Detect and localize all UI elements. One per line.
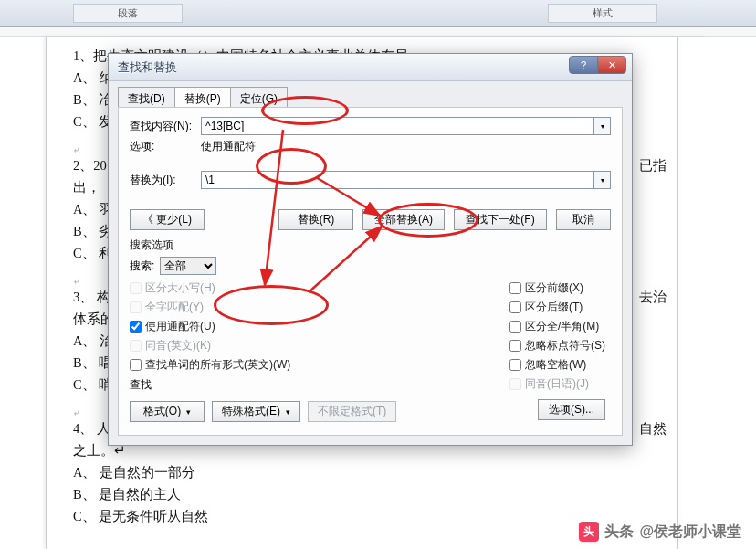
prefix-checkbox[interactable]: 区分前缀(X) — [509, 280, 605, 296]
find-history-dropdown[interactable]: ▾ — [594, 117, 611, 135]
document-text-line: C、 利 — [73, 245, 112, 262]
watermark-prefix: 头条 — [604, 523, 634, 542]
document-text-line: C、 哨 — [73, 376, 112, 394]
dialog-title: 查找和替换 — [118, 59, 177, 76]
format-button[interactable]: 格式(O) — [130, 401, 205, 422]
footer-find-label: 查找 — [130, 377, 152, 393]
replace-label: 替换为(I): — [130, 173, 201, 188]
document-text-line: 自然 — [639, 420, 667, 438]
document-text-line: 2、20 — [73, 157, 107, 174]
document-text-line: 已指 — [639, 157, 667, 174]
document-page-right-edge — [677, 37, 678, 549]
ribbon-section-paragraph: 段落 — [73, 4, 183, 23]
document-text-line: 去治 — [639, 289, 667, 306]
all-forms-checkbox[interactable]: 查找单词的所有形式(英文)(W) — [130, 357, 290, 373]
ignore-punct-checkbox[interactable]: 忽略标点符号(S) — [509, 338, 605, 354]
help-button[interactable]: ? — [569, 56, 598, 74]
search-options-heading: 搜索选项 — [130, 238, 611, 253]
search-scope-select[interactable]: 全部 — [160, 257, 216, 275]
ignore-space-checkbox[interactable]: 忽略空格(W) — [509, 357, 605, 373]
document-text-line: B、 冶 — [73, 91, 112, 109]
document-text-line: ↵ — [73, 142, 80, 157]
find-replace-dialog: 查找和替换 ? ✕ 查找(D) 替换(P) 定位(G) 查找内容(N): ▾ 选… — [108, 53, 633, 446]
replace-all-button[interactable]: 全部替换(A) — [362, 209, 445, 230]
find-label: 查找内容(N): — [130, 119, 201, 134]
watermark: 头 头条 @侯老师小课堂 — [579, 522, 741, 542]
replace-input[interactable] — [201, 171, 594, 189]
close-button[interactable]: ✕ — [597, 56, 626, 74]
ruler — [0, 27, 756, 37]
no-format-button: 不限定格式(T) — [308, 401, 396, 422]
less-button[interactable]: 《 更少(L) — [130, 209, 205, 230]
homophone-en-checkbox: 同音(英文)(K) — [130, 338, 290, 354]
wildcards-checkbox[interactable]: 使用通配符(U) — [130, 319, 290, 334]
homophone-jp-checkbox: 同音(日语)(J) — [509, 376, 605, 392]
options-value: 使用通配符 — [201, 139, 256, 154]
toutiao-logo-icon: 头 — [579, 522, 599, 542]
document-text-line: 3、 构 — [73, 289, 110, 306]
find-next-button[interactable]: 查找下一处(F) — [454, 209, 547, 230]
document-text-line: C、 是无条件听从自然 — [73, 508, 208, 525]
search-scope-label: 搜索: — [130, 259, 154, 274]
replace-history-dropdown[interactable]: ▾ — [594, 171, 611, 189]
document-text-line: B、 唱 — [73, 354, 112, 372]
document-text-line: B、 劣 — [73, 223, 112, 240]
watermark-handle: @侯老师小课堂 — [639, 523, 741, 542]
document-text-line: C、 发 — [73, 113, 112, 131]
cancel-button[interactable]: 取消 — [556, 209, 611, 230]
document-text-line: ↵ — [73, 405, 80, 420]
document-text-line: B、 是自然的主人 — [73, 486, 181, 503]
ribbon-section-styles: 样式 — [548, 4, 657, 23]
suffix-checkbox[interactable]: 区分后缀(T) — [509, 300, 605, 315]
document-text-line: A、 是自然的一部分 — [73, 464, 195, 481]
dialog-panel: 查找内容(N): ▾ 选项: 使用通配符 替换为(I): ▾ 《 更少(L) 替… — [118, 107, 623, 436]
document-text-line: 4、 人 — [73, 420, 110, 438]
options-button[interactable]: 选项(S)... — [538, 399, 605, 420]
ribbon-bar: 段落 样式 — [0, 0, 756, 27]
options-label: 选项: — [130, 139, 201, 154]
full-half-checkbox[interactable]: 区分全/半角(M) — [509, 319, 605, 334]
find-input[interactable] — [201, 117, 594, 135]
document-text-line: ↵ — [73, 273, 80, 289]
replace-button[interactable]: 替换(R) — [278, 209, 353, 230]
match-case-checkbox: 区分大小写(H) — [130, 280, 290, 296]
whole-word-checkbox: 全字匹配(Y) — [130, 300, 290, 315]
dialog-titlebar[interactable]: 查找和替换 ? ✕ — [109, 54, 632, 81]
special-format-button[interactable]: 特殊格式(E) — [212, 401, 300, 422]
